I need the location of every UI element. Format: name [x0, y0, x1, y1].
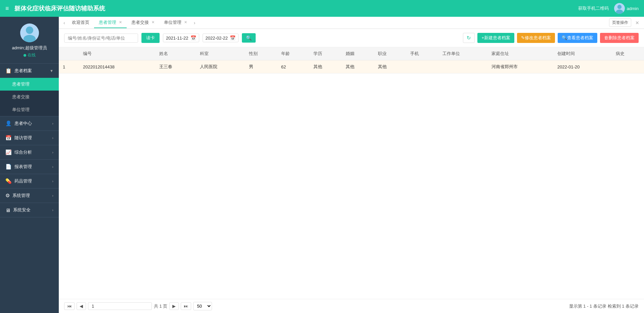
- tab-patient-transfer[interactable]: 患者交接 ✕: [127, 17, 159, 28]
- header-right: 获取手机二维码 admin: [578, 3, 639, 14]
- sys-manage-label: 系统管理: [12, 193, 30, 199]
- chevron-right-icon-2: ›: [52, 136, 53, 140]
- analysis-label: 综合分析: [14, 149, 32, 155]
- view-patient-button[interactable]: 🔍查看患者档案: [558, 33, 597, 43]
- page-size-select[interactable]: 20 50 100: [193, 302, 212, 310]
- row-education: 其他: [309, 60, 342, 73]
- sidebar-item-patient-manage[interactable]: 患者管理: [0, 78, 59, 91]
- sidebar-section-header-followup[interactable]: 📅 随访管理 ›: [0, 131, 59, 145]
- col-marriage: 婚姻: [342, 47, 374, 60]
- row-dept: 人民医院: [196, 60, 245, 73]
- row-create-time: 2022-01-20: [553, 60, 612, 73]
- svg-point-1: [616, 10, 623, 14]
- edit-patient-button[interactable]: ✎修改患者档案: [517, 33, 555, 43]
- new-patient-button[interactable]: +新建患者档案: [477, 33, 514, 43]
- chevron-right-icon-3: ›: [52, 150, 53, 154]
- col-phone: 手机: [406, 47, 438, 60]
- chevron-right-icon-4: ›: [52, 165, 53, 169]
- followup-label: 随访管理: [14, 135, 32, 141]
- patient-center-icon: 👤: [5, 120, 12, 126]
- row-name: 王三春: [155, 60, 196, 73]
- col-history: 病史: [612, 47, 644, 60]
- chevron-right-icon-7: ›: [52, 208, 53, 212]
- sidebar-section-header-sys-security[interactable]: 🖥 系统安全 ›: [0, 203, 59, 217]
- sidebar-item-patient-transfer[interactable]: 患者交接: [0, 91, 59, 103]
- sidebar-avatar-icon: [20, 23, 39, 42]
- col-id: 编号: [79, 47, 155, 60]
- sidebar-user: admin;超级管理员 在线: [0, 17, 59, 64]
- tab-close-all-button[interactable]: ✕: [633, 20, 641, 25]
- row-gender: 男: [245, 60, 277, 73]
- header-inner-7: ⚙ 系统管理: [5, 193, 30, 199]
- tab-patient-transfer-label: 患者交接: [131, 19, 149, 25]
- main-content: ‹ 欢迎首页 患者管理 ✕ 患者交接 ✕ 单位管理 ✕ › 页签操作 ✕: [59, 17, 644, 313]
- sidebar-section-header-sys-manage[interactable]: ⚙ 系统管理 ›: [0, 189, 59, 203]
- col-index: [59, 47, 79, 60]
- sidebar-section-header-analysis[interactable]: 📈 综合分析 ›: [0, 145, 59, 159]
- row-phone: [406, 60, 438, 73]
- sidebar: admin;超级管理员 在线 📋 患者档案 ▼ 患者管理 患者交接: [0, 17, 59, 313]
- tab-unit-manage-close[interactable]: ✕: [184, 20, 187, 24]
- page-next-button[interactable]: ▶: [169, 302, 179, 310]
- qr-code-link[interactable]: 获取手机二维码: [578, 5, 609, 11]
- menu-toggle-icon[interactable]: ≡: [5, 5, 9, 12]
- tab-welcome[interactable]: 欢迎首页: [67, 17, 94, 28]
- avatar-icon: [614, 3, 625, 14]
- user-avatar-wrap[interactable]: admin: [614, 3, 639, 14]
- search-button[interactable]: 🔍: [242, 33, 256, 43]
- col-name: 姓名: [155, 47, 196, 60]
- svg-point-3: [24, 35, 36, 42]
- calendar-to-icon[interactable]: 📅: [230, 35, 235, 41]
- tab-bar-right: 页签操作 ✕: [609, 18, 641, 27]
- sidebar-section-header-drug[interactable]: 💊 药品管理 ›: [0, 174, 59, 188]
- avatar: [614, 3, 625, 14]
- tab-patient-transfer-close[interactable]: ✕: [152, 20, 155, 24]
- sidebar-section-analysis: 📈 综合分析 ›: [0, 145, 59, 160]
- tab-scroll-left[interactable]: ‹: [61, 20, 67, 25]
- tab-scroll-right[interactable]: ›: [192, 20, 198, 25]
- search-input[interactable]: [64, 34, 138, 43]
- date-to-value: 2022-02-22: [206, 36, 228, 41]
- date-from-value: 2021-11-22: [166, 36, 188, 41]
- col-address: 家庭住址: [487, 47, 553, 60]
- col-create-time: 创建时间: [553, 47, 612, 60]
- chevron-down-icon: ▼: [50, 69, 53, 73]
- col-education: 学历: [309, 47, 342, 60]
- date-from-wrap: 2021-11-22 📅: [163, 34, 199, 42]
- col-gender: 性别: [245, 47, 277, 60]
- read-card-button[interactable]: 读卡: [141, 33, 160, 43]
- tab-patient-manage[interactable]: 患者管理 ✕: [94, 17, 127, 28]
- delete-patient-button[interactable]: 🗑删除患者档案: [600, 33, 639, 43]
- tab-patient-manage-close[interactable]: ✕: [119, 20, 122, 24]
- row-id: 2022012014438: [79, 60, 155, 73]
- online-text: 在线: [28, 52, 36, 58]
- sidebar-item-unit-manage[interactable]: 单位管理: [0, 103, 59, 116]
- drug-label: 药品管理: [14, 178, 32, 184]
- sidebar-section-header-report[interactable]: 📄 报表管理 ›: [0, 160, 59, 174]
- col-work-unit: 工作单位: [438, 47, 487, 60]
- patient-file-submenu: 患者管理 患者交接 单位管理: [0, 78, 59, 116]
- sidebar-section-header-patient-center[interactable]: 👤 患者中心 ›: [0, 116, 59, 131]
- table-body: 1 2022012014438 王三春 人民医院 男 62 其他 其他 其他 河…: [59, 60, 644, 73]
- page-number-input[interactable]: [88, 302, 152, 310]
- page-prev-button[interactable]: ◀: [77, 302, 86, 310]
- sidebar-section-report: 📄 报表管理 ›: [0, 160, 59, 174]
- page-ops-button[interactable]: 页签操作: [609, 18, 631, 27]
- sys-manage-icon: ⚙: [5, 193, 10, 199]
- sidebar-section-followup: 📅 随访管理 ›: [0, 131, 59, 145]
- tab-unit-manage[interactable]: 单位管理 ✕: [159, 17, 192, 28]
- header-inner-6: 💊 药品管理: [5, 178, 32, 184]
- row-index: 1: [59, 60, 79, 73]
- report-label: 报表管理: [14, 164, 32, 170]
- tab-welcome-label: 欢迎首页: [72, 19, 89, 25]
- page-last-button[interactable]: ⏭: [181, 302, 191, 310]
- patient-file-label: 患者档案: [14, 68, 32, 74]
- table-row[interactable]: 1 2022012014438 王三春 人民医院 男 62 其他 其他 其他 河…: [59, 60, 644, 73]
- followup-icon: 📅: [5, 135, 12, 141]
- page-first-button[interactable]: ⏮: [64, 302, 75, 310]
- sidebar-section-header-patient-file[interactable]: 📋 患者档案 ▼: [0, 64, 59, 78]
- refresh-button[interactable]: ↻: [463, 33, 475, 43]
- sidebar-avatar: [20, 23, 39, 42]
- table-header-row: 编号 姓名 科室 性别 年龄 学历 婚姻 职业 手机 工作单位 家庭住址 创建时…: [59, 47, 644, 60]
- calendar-from-icon[interactable]: 📅: [190, 35, 196, 41]
